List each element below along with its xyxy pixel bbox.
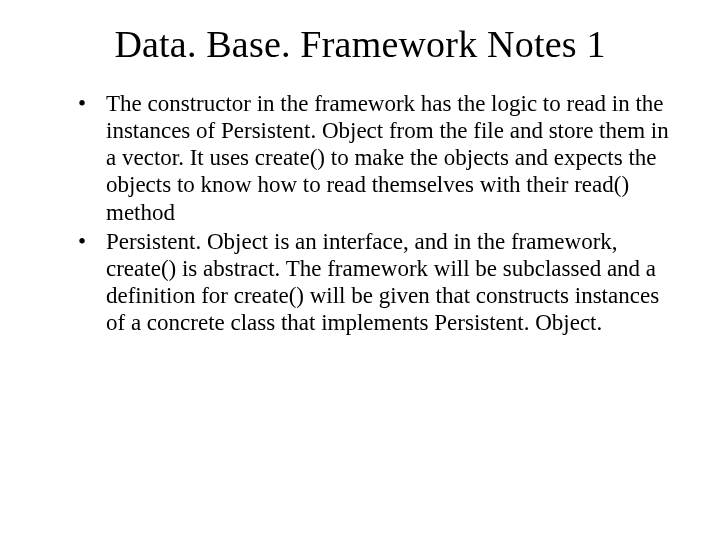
list-item: Persistent. Object is an interface, and … — [78, 228, 672, 337]
slide-title: Data. Base. Framework Notes 1 — [0, 22, 720, 66]
slide: Data. Base. Framework Notes 1 The constr… — [0, 22, 720, 540]
list-item: The constructor in the framework has the… — [78, 90, 672, 226]
slide-body: The constructor in the framework has the… — [0, 90, 720, 336]
bullet-list: The constructor in the framework has the… — [78, 90, 672, 336]
